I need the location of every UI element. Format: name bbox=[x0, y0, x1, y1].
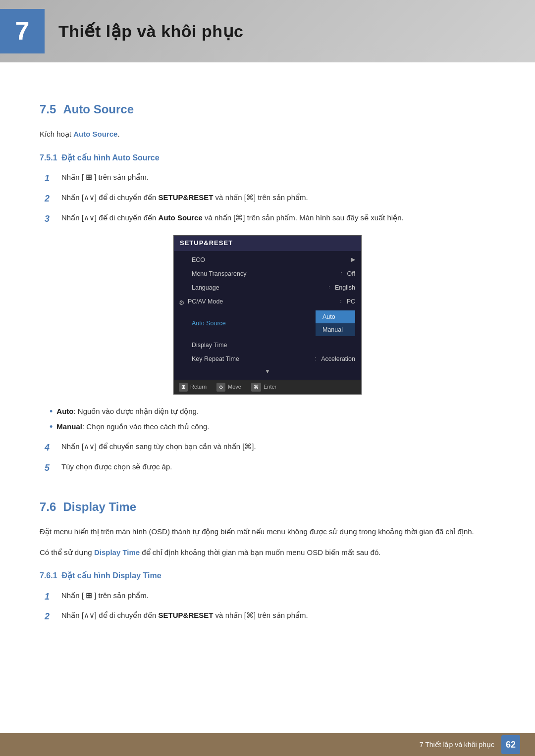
section-7-5: 7.5Auto Source bbox=[40, 100, 495, 119]
page-footer: 7 Thiết lập và khôi phục 62 bbox=[0, 733, 535, 756]
osd-menu: SETUP&RESET ECO ▶ Menu Transparency : Of… bbox=[173, 235, 362, 395]
osd-submenu-manual: Manual bbox=[316, 323, 355, 336]
step-4: 4 Nhấn [∧∨] để chuyển sang tùy chọn bạn … bbox=[45, 440, 495, 455]
chapter-title: Thiết lập và khôi phục bbox=[58, 18, 243, 45]
osd-row-language: Language : English bbox=[174, 281, 361, 295]
footer-text: 7 Thiết lập và khôi phục bbox=[420, 739, 494, 750]
osd-rows: ECO ▶ Menu Transparency : Off Language :… bbox=[174, 251, 361, 380]
step-3: 3 Nhấn [∧∨] để di chuyển đến Auto Source… bbox=[45, 211, 495, 227]
steps-list-1: 1 Nhấn [ ⊞ ] trên sản phẩm. 2 Nhấn [∧∨] … bbox=[45, 171, 495, 226]
steps-list-76: 1 Nhấn [ ⊞ ] trên sản phẩm. 2 Nhấn [∧∨] … bbox=[45, 589, 495, 624]
step-76-1: 1 Nhấn [ ⊞ ] trên sản phẩm. bbox=[45, 589, 495, 605]
section-7-6-heading: 7.6Display Time bbox=[40, 498, 495, 516]
chapter-number: 7 bbox=[0, 9, 45, 53]
section-7-6-intro2: Có thể sử dụng Display Time để chỉ định … bbox=[40, 546, 495, 559]
osd-row-key-repeat: Key Repeat Time : Acceleration bbox=[174, 352, 361, 366]
section-7-6-intro1: Đặt menu hiển thị trên màn hình (OSD) th… bbox=[40, 525, 495, 538]
osd-footer-enter: ⌘ Enter bbox=[251, 383, 276, 392]
step-5: 5 Tùy chọn được chọn sẽ được áp. bbox=[45, 460, 495, 476]
subsection-7-6-1-heading: 7.6.1 Đặt cấu hình Display Time bbox=[40, 569, 495, 582]
osd-row-display-time: Display Time bbox=[174, 338, 361, 352]
osd-more-indicator: ▼ bbox=[174, 366, 361, 378]
section-7-5-heading: 7.5Auto Source bbox=[40, 100, 495, 119]
bullet-manual: • Manual: Chọn nguồn vào theo cách thủ c… bbox=[50, 421, 495, 433]
steps-list-2: 4 Nhấn [∧∨] để chuyển sang tùy chọn bạn … bbox=[45, 440, 495, 475]
move-key-icon: ◇ bbox=[216, 383, 225, 392]
osd-submenu: Auto Manual bbox=[316, 310, 355, 336]
osd-footer: ⊞ Return ◇ Move ⌘ Enter bbox=[174, 380, 361, 394]
section-7-5-intro: Kích hoạt Auto Source. bbox=[40, 128, 495, 141]
step-1: 1 Nhấn [ ⊞ ] trên sản phẩm. bbox=[45, 171, 495, 186]
gear-icon: ⚙ bbox=[179, 298, 186, 305]
bullet-auto: • Auto: Nguồn vào được nhận diện tự động… bbox=[50, 405, 495, 418]
osd-row-menu-transparency: Menu Transparency : Off bbox=[174, 267, 361, 281]
page-number: 62 bbox=[501, 735, 520, 754]
step-2: 2 Nhấn [∧∨] để di chuyển đến SETUP&RESET… bbox=[45, 191, 495, 206]
return-key-icon: ⊞ bbox=[179, 383, 188, 392]
osd-submenu-auto: Auto bbox=[316, 310, 355, 323]
bullet-list: • Auto: Nguồn vào được nhận diện tự động… bbox=[50, 405, 495, 433]
osd-row-eco: ECO ▶ bbox=[174, 253, 361, 267]
osd-row-pcav: ⚙ PC/AV Mode : PC bbox=[174, 295, 361, 308]
osd-footer-move: ◇ Move bbox=[216, 383, 241, 392]
step-76-2: 2 Nhấn [∧∨] để di chuyển đến SETUP&RESET… bbox=[45, 609, 495, 624]
chapter-header: 7 Thiết lập và khôi phục bbox=[0, 0, 535, 62]
main-content: 7.5Auto Source Kích hoạt Auto Source. 7.… bbox=[0, 77, 535, 669]
subsection-7-5-1-heading: 7.5.1 Đặt cấu hình Auto Source bbox=[40, 151, 495, 164]
osd-screenshot: SETUP&RESET ECO ▶ Menu Transparency : Of… bbox=[40, 235, 495, 395]
osd-footer-return: ⊞ Return bbox=[179, 383, 207, 392]
section-7-6: 7.6Display Time bbox=[40, 498, 495, 516]
osd-row-auto-source: Auto Source Auto Manual bbox=[174, 308, 361, 338]
enter-key-icon: ⌘ bbox=[251, 383, 261, 392]
osd-title: SETUP&RESET bbox=[174, 236, 361, 251]
